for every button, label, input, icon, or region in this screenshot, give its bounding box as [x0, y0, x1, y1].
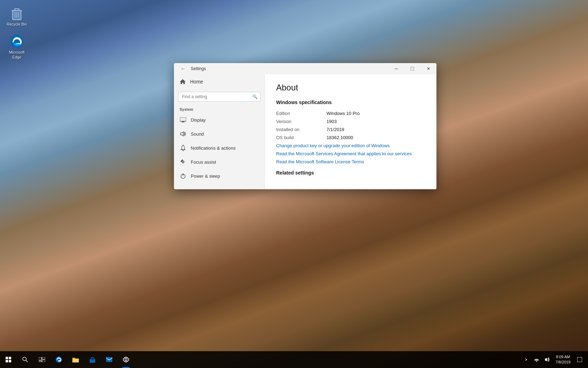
- software-license-link[interactable]: Read the Microsoft Software License Term…: [276, 159, 425, 164]
- tray-network[interactable]: [532, 351, 541, 368]
- taskbar-edge-icon: [55, 356, 62, 363]
- notification-center-button[interactable]: [574, 351, 585, 368]
- spec-row-edition: Edition Windows 10 Pro: [276, 111, 425, 116]
- spec-installed-value: 7/1/2019: [327, 127, 425, 132]
- settings-main: About Windows specifications Edition Win…: [265, 74, 436, 189]
- maximize-button[interactable]: [404, 63, 420, 74]
- related-heading: Related settings: [276, 170, 425, 176]
- notifications-label: Notifications & actions: [191, 145, 236, 151]
- taskbar-clock[interactable]: 8:09 AM 7/8/2019: [553, 351, 573, 368]
- minimize-button[interactable]: [388, 63, 404, 74]
- svg-rect-28: [42, 360, 45, 362]
- svg-rect-34: [106, 357, 112, 362]
- microsoft-services-link[interactable]: Read the Microsoft Services Agreement th…: [276, 151, 425, 156]
- change-product-key-link[interactable]: Change product key or upgrade your editi…: [276, 143, 425, 148]
- sidebar-item-display[interactable]: Display: [174, 113, 265, 127]
- spec-installed-label: Installed on: [276, 127, 325, 132]
- svg-rect-31: [72, 359, 79, 362]
- task-view-button[interactable]: [34, 351, 50, 368]
- search-input[interactable]: [178, 92, 260, 102]
- svg-rect-27: [42, 357, 45, 359]
- window-controls: ✕: [388, 63, 436, 74]
- edge-label: MicrosoftEdge: [9, 50, 25, 60]
- power-icon: [180, 172, 187, 179]
- svg-point-17: [183, 162, 184, 163]
- close-button[interactable]: ✕: [420, 63, 436, 74]
- svg-rect-33: [90, 359, 95, 360]
- taskbar-store-icon: [89, 356, 96, 363]
- sidebar-item-power[interactable]: Power & sleep: [174, 169, 265, 183]
- sidebar-item-sound[interactable]: Sound: [174, 127, 265, 141]
- taskbar-explorer-app[interactable]: [67, 351, 84, 368]
- system-tray: 8:09 AM 7/8/2019: [518, 351, 588, 368]
- spec-row-osbuild: OS build 18362.10000: [276, 135, 425, 140]
- svg-rect-12: [182, 121, 184, 122]
- svg-rect-9: [411, 67, 414, 70]
- microsoft-edge-icon[interactable]: MicrosoftEdge: [4, 32, 30, 63]
- svg-rect-13: [181, 122, 185, 122]
- start-button[interactable]: [0, 351, 17, 368]
- svg-point-35: [125, 359, 127, 361]
- display-icon: [180, 116, 187, 123]
- settings-window: ← Settings ✕ Home: [174, 63, 436, 189]
- window-titlebar: ← Settings ✕: [174, 63, 436, 74]
- desktop: Recycle Bin MicrosoftEdge ← Settings: [0, 0, 588, 368]
- svg-rect-29: [39, 361, 41, 362]
- svg-rect-3: [15, 9, 19, 11]
- spec-version-label: Version: [276, 119, 325, 124]
- sound-label: Sound: [191, 131, 204, 137]
- svg-rect-8: [394, 69, 398, 69]
- svg-point-36: [536, 361, 537, 362]
- svg-rect-11: [180, 118, 186, 121]
- window-body: Home 🔍 System: [174, 74, 436, 189]
- sidebar-item-notifications[interactable]: Notifications & actions: [174, 141, 265, 155]
- spec-version-value: 1903: [327, 119, 425, 124]
- focus-label: Focus assist: [191, 159, 216, 165]
- sound-icon: [180, 130, 187, 137]
- window-title: Settings: [191, 66, 388, 71]
- taskbar-explorer-icon: [72, 356, 79, 363]
- chevron-icon: [525, 358, 527, 361]
- svg-point-15: [183, 150, 184, 151]
- home-icon: [180, 79, 186, 85]
- recycle-bin-label: Recycle Bin: [7, 22, 27, 27]
- display-label: Display: [191, 117, 206, 123]
- recycle-bin-icon[interactable]: Recycle Bin: [4, 4, 30, 29]
- taskbar-store-app[interactable]: [84, 351, 101, 368]
- tray-volume[interactable]: [542, 351, 552, 368]
- taskbar-search-button[interactable]: [17, 351, 34, 368]
- svg-rect-26: [39, 357, 41, 360]
- spec-edition-value: Windows 10 Pro: [327, 111, 425, 116]
- taskbar-edge-app[interactable]: [50, 351, 67, 368]
- network-icon: [534, 357, 539, 362]
- specs-heading: Windows specifications: [276, 100, 425, 105]
- svg-line-25: [26, 360, 28, 362]
- clock-date: 7/8/2019: [555, 360, 570, 365]
- svg-point-24: [23, 357, 26, 361]
- recycle-bin-image: [10, 6, 24, 20]
- taskbar: 8:09 AM 7/8/2019: [0, 351, 588, 368]
- notifications-icon: [180, 144, 187, 151]
- sidebar-section-label: System: [174, 104, 265, 113]
- svg-rect-14: [181, 149, 186, 150]
- spec-osbuild-label: OS build: [276, 135, 325, 140]
- taskbar-apps: [50, 351, 134, 368]
- svg-rect-37: [577, 357, 582, 362]
- focus-icon: [180, 158, 187, 165]
- taskbar-settings-app[interactable]: [118, 351, 134, 368]
- home-label: Home: [190, 79, 203, 84]
- taskbar-mail-app[interactable]: [101, 351, 118, 368]
- spec-edition-label: Edition: [276, 111, 325, 116]
- svg-rect-22: [6, 360, 8, 362]
- sidebar-item-focus[interactable]: Focus assist: [174, 155, 265, 169]
- windows-logo-icon: [6, 357, 11, 362]
- svg-rect-23: [9, 360, 11, 362]
- search-icon: 🔍: [252, 94, 258, 99]
- page-title: About: [276, 83, 425, 93]
- sidebar-home[interactable]: Home: [174, 74, 265, 89]
- notification-center-icon: [577, 357, 582, 362]
- taskbar-search-icon: [22, 357, 28, 362]
- tray-chevron[interactable]: [521, 351, 531, 368]
- back-button[interactable]: ←: [178, 64, 188, 74]
- spec-row-installed: Installed on 7/1/2019: [276, 127, 425, 132]
